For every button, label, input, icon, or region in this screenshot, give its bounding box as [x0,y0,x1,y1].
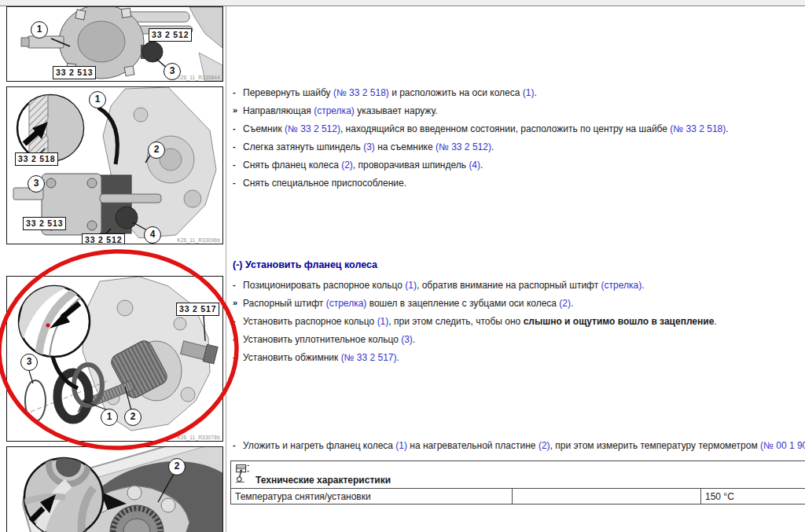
step-text: вошел в зацепление с зубцами оси колеса [366,298,559,309]
figure-watermark: K26_11_R33078b [177,435,220,440]
part-link[interactable]: (№ 33 2 518) [670,123,726,134]
part-link[interactable]: (2) [559,298,571,309]
step-text: указывает наружу. [355,105,438,116]
step-text: Уложить и нагреть фланец колеса [243,440,395,451]
instruction-column: -Перевернуть шайбу (№ 33 2 518) и распол… [233,0,805,532]
step-text: Распорный штифт [243,298,326,309]
result-marker: » [233,105,243,123]
part-number-label: 33 2 512 [149,28,192,42]
figure-heating-plate: 2 [6,446,223,532]
part-link[interactable]: (№ 33 2 512) [285,123,340,134]
part-number-label: 33 2 512 [82,233,125,244]
part-link[interactable]: (стрелка) [601,280,642,291]
figure-special-tool-front: 1 3 33 2 512 33 2 513 K26_11_R330844 [6,6,223,82]
callout-3: 3 [20,354,38,371]
step-text: , при этом следить, чтобы оно [388,316,523,327]
callout-1: 1 [31,21,48,39]
callout-3: 3 [28,175,45,193]
instruction-bullet: -Снять специальное приспособление. [233,178,729,196]
step-text: на нагревательной пластине [407,440,539,451]
instruction-bullet: »Распорный штифт (стрелка) вошел в зацеп… [233,298,717,316]
part-link[interactable]: (стрелка) [314,105,355,116]
spec-value-cell: 150 °C [701,489,805,504]
step-text: Установить уплотнительное кольцо [243,334,401,345]
step-marker: - [233,316,243,334]
callout-2: 2 [148,141,165,159]
result-marker: » [233,298,243,316]
callout-4: 4 [144,226,161,244]
step-text: Позиционировать распорное кольцо [243,280,405,291]
callout-1: 1 [101,409,118,426]
step-text: Установить обжимник [243,352,341,363]
step-text: , обратив внимание на распорный штифт [417,280,601,291]
step-text: Перевернуть шайбу [243,87,333,98]
part-link[interactable]: (№ 33 2 517) [341,352,397,363]
part-link[interactable]: (4) [469,160,480,171]
step-text: и расположить на оси колеса [389,87,523,98]
step-text: , при этом измерить температуру термомет… [550,440,760,451]
step-marker: - [233,178,243,196]
tech-specs-header: Технические характеристики [231,461,805,489]
part-link[interactable]: (стрелка) [326,298,367,309]
figure-puller-mounted: 1 2 3 4 33 2 518 33 2 513 33 2 512 K26_1… [6,86,223,244]
instruction-bullet: -Установить распорное кольцо (1), при эт… [233,316,717,334]
step-text: Снять фланец колеса [243,160,341,171]
instruction-bullet: -Съемник (№ 33 2 512), находящийся во вв… [233,123,729,141]
install-flange-heading: (-) Установить фланец колеса [233,259,377,270]
part-link[interactable]: (3) [363,141,375,152]
part-link[interactable]: (1) [395,440,407,451]
callout-1: 1 [89,91,106,108]
part-link[interactable]: (1) [377,316,389,327]
step-marker: - [233,87,243,105]
table-row: Температура снятия/установки 150 °C [231,489,805,504]
figure-drawing [7,7,222,81]
step-marker: - [233,141,243,160]
part-link[interactable]: (1) [523,87,535,98]
instruction-bullet: -Установить обжимник (№ 33 2 517). [233,352,717,370]
part-number-label: 33 2 517 [176,303,219,316]
step-marker: - [233,334,243,352]
column-divider [226,6,226,532]
tech-specs-table: Технические характеристики Температура с… [230,460,805,504]
step-text: . [726,123,728,134]
part-link[interactable]: (2) [341,160,353,171]
part-link[interactable]: (№ 33 2 518) [333,87,389,98]
step-text: . [491,141,494,152]
step-text: . [534,87,536,98]
part-link[interactable]: (1) [405,280,417,291]
step-text: Направляющая [243,105,314,116]
part-link[interactable]: (№ 33 2 512) [436,141,491,152]
part-link[interactable]: (3) [401,334,413,345]
part-number-label: 33 2 518 [15,152,58,166]
step-text: Слегка затянуть шпиндель [243,141,363,152]
step-text: . [641,280,644,291]
figure-drawing [7,447,222,532]
step-marker: - [233,160,243,178]
part-number-label: 33 2 513 [53,66,96,79]
step-text: . [397,352,399,363]
spec-empty-cell [513,489,701,504]
step-marker: - [233,352,243,370]
callout-2: 2 [168,458,186,475]
instruction-bullet: -Установить уплотнительное кольцо (3). [233,334,717,352]
figure-watermark: K26_11_R330844 [177,75,220,80]
step-text: . [714,316,716,327]
instructions-heat-flange: -Уложить и нагреть фланец колеса (1) на … [233,440,805,458]
step-text: Съемник [243,123,285,134]
instruction-bullet: -Позиционировать распорное кольцо (1), о… [233,280,717,298]
tech-specs-title: Технические характеристики [255,475,391,486]
figure-watermark: K26_11_R33096b [177,237,220,243]
part-link[interactable]: (2) [539,440,550,451]
instruction-bullet: -Уложить и нагреть фланец колеса (1) на … [233,440,805,458]
step-text: . [413,334,415,345]
instruction-bullet: »Направляющая (стрелка) указывает наружу… [233,105,729,123]
instruction-bullet: -Снять фланец колеса (2), проворачивая ш… [233,160,729,178]
part-link[interactable]: (№ 00 1 900) [760,440,805,451]
step-text: Снять специальное приспособление. [243,178,406,189]
instructions-remove-flange: -Перевернуть шайбу (№ 33 2 518) и распол… [233,87,729,196]
step-text: . [571,298,573,309]
step-text: на съемнике [375,141,436,152]
figure-install-flange: 3 1 2 33 2 517 K26_11_R33078b [6,276,223,442]
step-marker: - [233,123,243,141]
instruction-bullet: -Перевернуть шайбу (№ 33 2 518) и распол… [233,87,729,105]
